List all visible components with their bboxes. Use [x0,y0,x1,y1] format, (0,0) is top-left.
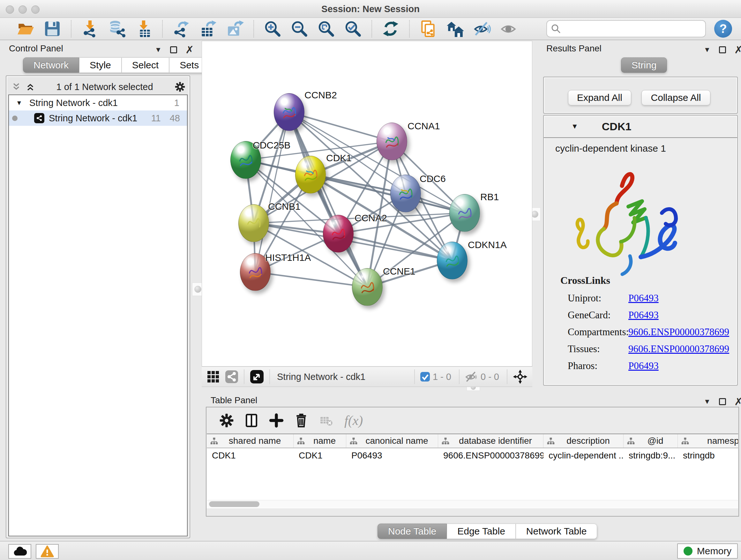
float-panel-icon[interactable] [719,46,726,53]
table-cell[interactable]: stringdb:9... [623,448,678,463]
duplicate-network-button[interactable] [419,19,437,38]
hierarchy-icon [297,437,305,448]
string-view-icon[interactable] [225,370,239,384]
collapse-all-button[interactable]: Collapse All [642,90,711,105]
column-header-database-identifier[interactable]: database identifier [438,434,543,448]
table-horizontal-scrollbar[interactable] [207,500,738,508]
collapse-all-icon[interactable] [11,82,21,91]
tab-network-table[interactable]: Network Table [516,523,597,539]
network-row[interactable]: String Network - cdk1 11 48 [9,111,187,126]
first-neighbors-button[interactable] [446,19,464,38]
import-network-button[interactable] [81,19,99,38]
open-in-window-icon[interactable] [250,369,264,384]
scrollbar-thumb[interactable] [209,501,259,507]
network-node-ccnb2[interactable] [274,93,305,131]
table-settings-button[interactable] [217,411,236,430]
close-panel-icon[interactable]: ✗ [734,396,741,407]
collapse-panel-icon[interactable]: ▼ [704,46,711,53]
tab-node-table[interactable]: Node Table [378,523,447,539]
float-panel-icon[interactable] [170,46,177,53]
import-network-from-database-button[interactable] [108,19,126,38]
crosslink-value-link[interactable]: 9606.ENSP00000378699 [628,343,729,355]
crosslink-value-link[interactable]: P06493 [628,293,659,304]
network-node-ccna1[interactable] [377,123,407,160]
warnings-button[interactable] [36,544,59,559]
crosslink-value-link[interactable]: 9606.ENSP00000378699 [628,326,729,338]
collapse-panel-icon[interactable]: ▼ [155,46,162,53]
network-node-ccne1[interactable] [352,268,383,306]
crosslink-value-link[interactable]: P06493 [628,309,659,321]
column-header-namespace[interactable]: namespace [678,434,738,448]
zoom-in-button[interactable] [263,19,282,38]
export-image-button[interactable] [226,19,244,38]
expand-all-icon[interactable] [25,82,35,91]
grid-mode-icon[interactable] [206,370,220,384]
help-button[interactable]: ? [714,20,732,38]
crosslink-row: Compartments:9606.ENSP00000378699 [568,323,734,340]
close-panel-icon[interactable]: ✗ [734,45,741,55]
save-session-button[interactable] [43,19,62,38]
show-graphics-details-button[interactable] [499,19,518,38]
tab-style[interactable]: Style [79,57,122,73]
hierarchy-icon [441,437,450,448]
export-network-button[interactable] [172,19,191,38]
network-canvas[interactable]: CCNB2CCNA1CDC25BCDK1CDC6RB1CCNB1CCNA2CDK… [202,41,532,367]
tree-expander-icon[interactable]: ▼ [16,99,22,107]
network-node-rb1[interactable] [449,194,480,232]
tab-edge-table[interactable]: Edge Table [447,523,516,539]
tab-network[interactable]: Network [23,57,79,73]
gene-section-header[interactable]: ▼ CDK1 [544,116,737,138]
control-panel-controls: ▼ ✗ [155,45,194,55]
toolbar-separator [71,20,71,37]
table-row[interactable]: CDK1CDK1P064939606.ENSP00000378699cyclin… [207,448,738,463]
column-header--id[interactable]: @id [623,434,678,448]
search-input[interactable] [561,23,701,34]
network-node-ccna2[interactable] [323,215,354,253]
network-node-cdkn1a[interactable] [437,242,468,279]
network-node-cdc6[interactable] [390,175,421,212]
network-node-ccnb1[interactable] [239,204,269,242]
tab-select[interactable]: Select [122,57,169,73]
table-cell[interactable]: CDK1 [293,448,346,463]
crosslink-row: GeneCard:P06493 [568,307,734,323]
gear-icon[interactable] [174,81,186,92]
close-panel-icon[interactable]: ✗ [185,45,194,55]
table-cell[interactable]: P06493 [346,448,438,463]
column-header-description[interactable]: description [543,434,623,448]
network-edges-layer [202,41,533,367]
results-panel-title: Results Panel [546,44,602,54]
cloud-button[interactable] [8,544,31,559]
table-cell[interactable]: stringdb [678,448,738,463]
protein-structure-glyph [246,261,265,284]
network-collection-row[interactable]: ▼ String Network - cdk1 1 [9,95,187,111]
hide-graphics-details-button[interactable] [473,19,491,38]
open-session-button[interactable] [16,19,35,38]
zoom-selected-button[interactable] [344,19,362,38]
show-columns-button[interactable] [242,411,261,430]
delete-column-button[interactable] [292,411,311,430]
expand-all-button[interactable]: Expand All [568,90,631,105]
selected-checkbox-icon[interactable] [420,372,430,382]
zoom-in-icon [264,20,281,38]
network-node-cdk1[interactable] [295,156,326,193]
float-panel-icon[interactable] [719,398,726,405]
zoom-fit-button[interactable] [317,19,335,38]
memory-button[interactable]: Memory [677,543,738,559]
table-cell[interactable]: cyclin-dependent ... [543,448,623,463]
import-table-button[interactable] [134,19,153,38]
tab-string[interactable]: String [621,57,667,73]
section-expander-icon[interactable]: ▼ [571,122,578,131]
column-header-canonical-name[interactable]: canonical name [346,434,438,448]
column-header-name[interactable]: name [293,434,346,448]
table-cell[interactable]: CDK1 [207,448,293,463]
collapse-panel-icon[interactable]: ▼ [704,398,711,405]
zoom-out-button[interactable] [290,19,309,38]
crosslink-value-link[interactable]: P06493 [628,360,659,372]
table-cell[interactable]: 9606.ENSP00000378699 [438,448,543,463]
refresh-button[interactable] [381,19,400,38]
add-column-button[interactable] [267,411,286,430]
network-edge [338,234,452,260]
birdseye-navigator-icon[interactable] [513,369,528,384]
column-header-shared-name[interactable]: shared name [207,434,293,448]
export-table-button[interactable] [199,19,217,38]
